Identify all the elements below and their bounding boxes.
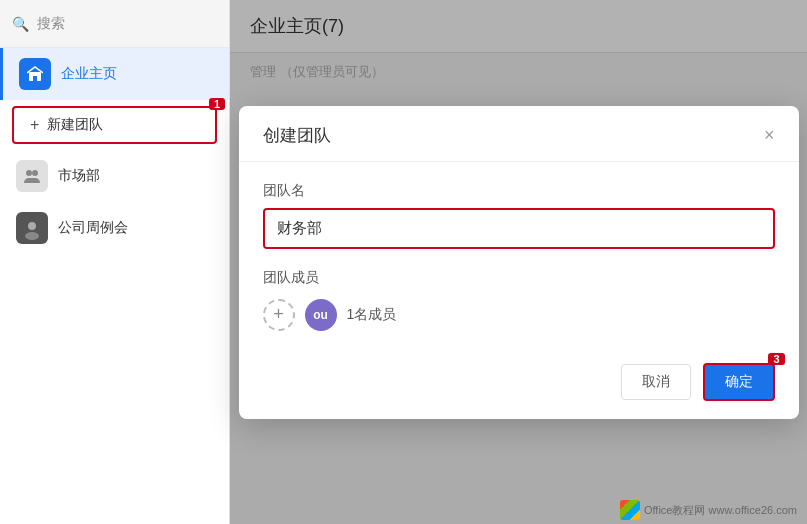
dialog-title: 创建团队 — [263, 124, 331, 147]
team-name-label: 团队名 — [263, 182, 775, 200]
dialog-footer: 取消 确定 3 — [239, 351, 799, 419]
marketing-icon — [16, 160, 48, 192]
sidebar-item-weekly-label: 公司周例会 — [58, 219, 128, 237]
sidebar-item-enterprise-home[interactable]: 企业主页 — [0, 48, 229, 100]
team-name-input[interactable] — [265, 210, 773, 247]
sidebar-item-marketing[interactable]: 市场部 — [0, 150, 229, 202]
sidebar-item-marketing-label: 市场部 — [58, 167, 100, 185]
home-icon — [19, 58, 51, 90]
add-member-button[interactable]: + — [263, 299, 295, 331]
members-row: + ou 1名成员 — [263, 299, 775, 331]
new-team-button[interactable]: 1 + 新建团队 — [12, 106, 217, 144]
new-team-label: 新建团队 — [47, 116, 103, 134]
watermark-text: Office教程网 www.office26.com — [644, 503, 797, 518]
confirm-button[interactable]: 确定 — [703, 363, 775, 401]
member-count: 1名成员 — [347, 306, 397, 324]
step-badge-1: 1 — [209, 98, 225, 110]
plus-icon: + — [30, 116, 39, 134]
team-name-field-wrap — [263, 208, 775, 249]
svg-point-3 — [32, 170, 38, 176]
weekly-icon — [16, 212, 48, 244]
svg-point-5 — [25, 232, 39, 240]
create-team-dialog: 创建团队 × 团队名 团队成员 + ou 1名成员 — [239, 106, 799, 419]
add-member-icon: + — [273, 304, 284, 325]
svg-point-2 — [26, 170, 32, 176]
modal-overlay: 创建团队 × 团队名 团队成员 + ou 1名成员 — [230, 0, 807, 524]
svg-rect-1 — [33, 76, 37, 81]
members-label: 团队成员 — [263, 269, 775, 287]
sidebar: 🔍 搜索 企业主页 1 + 新建团队 市场部 — [0, 0, 230, 524]
dialog-body: 团队名 团队成员 + ou 1名成员 — [239, 162, 799, 351]
dialog-header: 创建团队 × — [239, 106, 799, 162]
search-bar[interactable]: 🔍 搜索 — [0, 0, 229, 48]
sidebar-item-enterprise-home-label: 企业主页 — [61, 65, 117, 83]
svg-point-4 — [28, 222, 36, 230]
search-label: 搜索 — [37, 15, 65, 33]
sidebar-item-weekly[interactable]: 公司周例会 — [0, 202, 229, 254]
step-badge-3: 3 — [768, 353, 784, 365]
member-avatar-text: ou — [313, 308, 328, 322]
close-button[interactable]: × — [764, 126, 775, 144]
watermark: Office教程网 www.office26.com — [620, 500, 797, 520]
cancel-button[interactable]: 取消 — [621, 364, 691, 400]
main-area: 企业主页(7) 管理 （仅管理员可见） 创建团队 × 团队名 团队成员 + — [230, 0, 807, 524]
search-icon: 🔍 — [12, 16, 29, 32]
member-avatar: ou — [305, 299, 337, 331]
office-logo-icon — [620, 500, 640, 520]
